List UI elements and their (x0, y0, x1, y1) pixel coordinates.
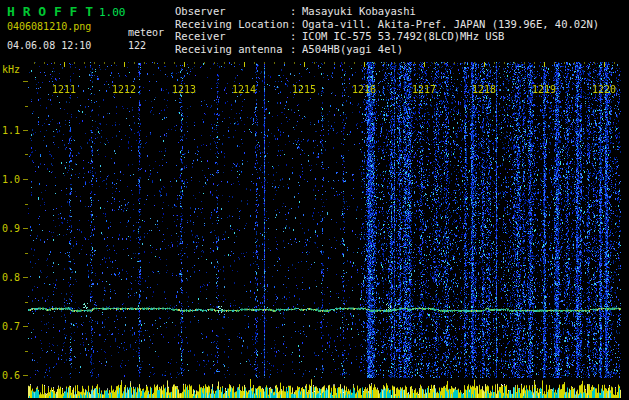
x-axis-tick-label: 1216 (349, 84, 379, 95)
frequency-tick (23, 81, 28, 82)
signal-level-strip (28, 379, 621, 398)
output-filename: 0406081210.png (7, 21, 91, 32)
info-label: Observer (175, 5, 290, 18)
x-axis-tick-label: 1212 (109, 84, 139, 95)
frequency-tick (25, 154, 28, 155)
info-separator: : (290, 18, 302, 31)
frequency-tick (23, 277, 28, 278)
frequency-tick (25, 253, 28, 254)
info-row-location: Receiving Location:Ogata-vill. Akita-Pre… (175, 18, 599, 31)
hrofft-window: H R O F F T 1.00 0406081210.png meteor 0… (0, 0, 629, 400)
info-label: Receiving antenna (175, 43, 290, 56)
frequency-tick (23, 228, 28, 229)
info-value: ICOM IC-575 53.7492(8LCD)MHz USB (302, 30, 504, 42)
x-axis-tick-label: 1215 (289, 84, 319, 95)
info-row-observer: Observer:Masayuki Kobayashi (175, 5, 599, 18)
station-info: Observer:Masayuki Kobayashi Receiving Lo… (175, 5, 599, 55)
frequency-tick (23, 130, 28, 131)
datetime-label: 04.06.08 12:10 (7, 40, 91, 51)
frequency-tick (25, 106, 28, 107)
info-value: A504HB(yagi 4el) (302, 43, 403, 55)
spectrogram-canvas (28, 62, 621, 378)
x-axis-tick-label: 1214 (229, 84, 259, 95)
frequency-tick (23, 179, 28, 180)
x-axis-tick-label: 1220 (589, 84, 619, 95)
frequency-tick (23, 375, 28, 376)
x-axis-tick-label: 1219 (529, 84, 559, 95)
frequency-tick (25, 204, 28, 205)
info-label: Receiver (175, 30, 290, 43)
x-axis-tick-label: 1213 (169, 84, 199, 95)
info-label: Receiving Location (175, 18, 290, 31)
info-row-antenna: Receiving antenna:A504HB(yagi 4el) (175, 43, 599, 56)
info-separator: : (290, 43, 302, 56)
app-version: 1.00 (99, 6, 126, 19)
info-row-receiver: Receiver:ICOM IC-575 53.7492(8LCD)MHz US… (175, 30, 599, 43)
x-axis-tick-label: 1211 (49, 84, 79, 95)
info-separator: : (290, 5, 302, 18)
info-value: Masayuki Kobayashi (302, 5, 416, 17)
app-title: H R O F F T (7, 4, 93, 19)
info-separator: : (290, 30, 302, 43)
echo-count: 122 (128, 40, 146, 51)
x-axis-tick-label: 1218 (469, 84, 499, 95)
frequency-tick (23, 326, 28, 327)
frequency-tick (25, 302, 28, 303)
x-axis-tick-label: 1217 (409, 84, 439, 95)
y-axis-unit-label: kHz (2, 64, 27, 75)
mode-label: meteor (128, 27, 164, 38)
frequency-tick (25, 351, 28, 352)
info-value: Ogata-vill. Akita-Pref. JAPAN (139.96E, … (302, 18, 599, 30)
spectrogram-plot: 1211 1212 1213 1214 1215 1216 1217 1218 … (28, 62, 621, 378)
